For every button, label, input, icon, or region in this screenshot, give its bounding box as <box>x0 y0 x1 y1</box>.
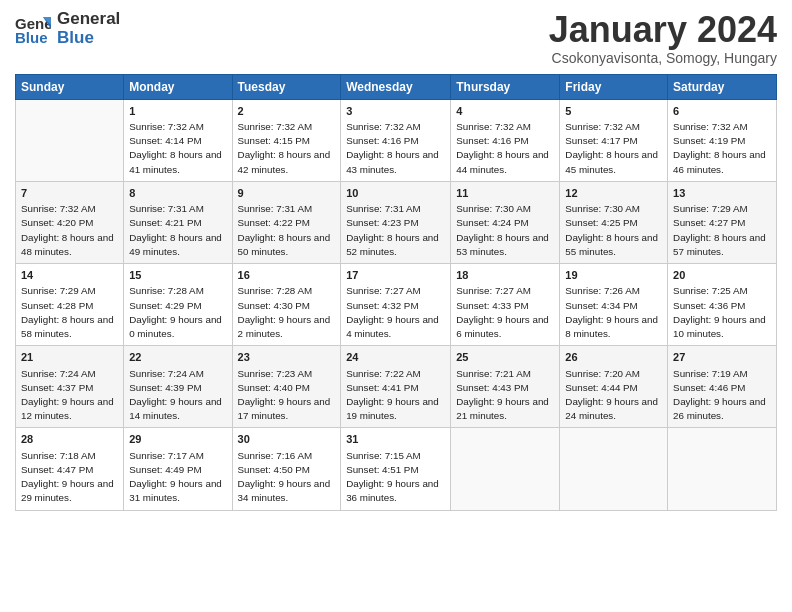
day-cell: 29Sunrise: 7:17 AMSunset: 4:49 PMDayligh… <box>124 428 232 510</box>
day-number: 23 <box>238 350 336 365</box>
day-cell: 18Sunrise: 7:27 AMSunset: 4:33 PMDayligh… <box>451 264 560 346</box>
title-block: January 2024 Csokonyavisonta, Somogy, Hu… <box>549 10 777 66</box>
day-cell: 15Sunrise: 7:28 AMSunset: 4:29 PMDayligh… <box>124 264 232 346</box>
day-number: 17 <box>346 268 445 283</box>
day-info: Sunrise: 7:20 AMSunset: 4:44 PMDaylight:… <box>565 368 658 422</box>
day-number: 1 <box>129 104 226 119</box>
header: General Blue General Blue January 2024 C… <box>15 10 777 66</box>
day-cell: 25Sunrise: 7:21 AMSunset: 4:43 PMDayligh… <box>451 346 560 428</box>
day-cell: 7Sunrise: 7:32 AMSunset: 4:20 PMDaylight… <box>16 181 124 263</box>
day-cell: 31Sunrise: 7:15 AMSunset: 4:51 PMDayligh… <box>341 428 451 510</box>
day-cell: 13Sunrise: 7:29 AMSunset: 4:27 PMDayligh… <box>668 181 777 263</box>
week-row-3: 14Sunrise: 7:29 AMSunset: 4:28 PMDayligh… <box>16 264 777 346</box>
header-row: SundayMondayTuesdayWednesdayThursdayFrid… <box>16 74 777 99</box>
day-info: Sunrise: 7:16 AMSunset: 4:50 PMDaylight:… <box>238 450 331 504</box>
day-cell: 17Sunrise: 7:27 AMSunset: 4:32 PMDayligh… <box>341 264 451 346</box>
week-row-4: 21Sunrise: 7:24 AMSunset: 4:37 PMDayligh… <box>16 346 777 428</box>
subtitle: Csokonyavisonta, Somogy, Hungary <box>549 50 777 66</box>
day-info: Sunrise: 7:30 AMSunset: 4:25 PMDaylight:… <box>565 203 658 257</box>
day-number: 28 <box>21 432 118 447</box>
week-row-5: 28Sunrise: 7:18 AMSunset: 4:47 PMDayligh… <box>16 428 777 510</box>
day-info: Sunrise: 7:31 AMSunset: 4:23 PMDaylight:… <box>346 203 439 257</box>
day-cell: 2Sunrise: 7:32 AMSunset: 4:15 PMDaylight… <box>232 99 341 181</box>
day-number: 14 <box>21 268 118 283</box>
day-cell: 26Sunrise: 7:20 AMSunset: 4:44 PMDayligh… <box>560 346 668 428</box>
day-info: Sunrise: 7:19 AMSunset: 4:46 PMDaylight:… <box>673 368 766 422</box>
day-info: Sunrise: 7:28 AMSunset: 4:29 PMDaylight:… <box>129 285 222 339</box>
day-cell: 9Sunrise: 7:31 AMSunset: 4:22 PMDaylight… <box>232 181 341 263</box>
day-cell: 22Sunrise: 7:24 AMSunset: 4:39 PMDayligh… <box>124 346 232 428</box>
day-cell: 16Sunrise: 7:28 AMSunset: 4:30 PMDayligh… <box>232 264 341 346</box>
day-info: Sunrise: 7:21 AMSunset: 4:43 PMDaylight:… <box>456 368 549 422</box>
day-info: Sunrise: 7:32 AMSunset: 4:20 PMDaylight:… <box>21 203 114 257</box>
calendar-table: SundayMondayTuesdayWednesdayThursdayFrid… <box>15 74 777 511</box>
day-number: 26 <box>565 350 662 365</box>
month-title: January 2024 <box>549 10 777 50</box>
day-cell: 30Sunrise: 7:16 AMSunset: 4:50 PMDayligh… <box>232 428 341 510</box>
header-wednesday: Wednesday <box>341 74 451 99</box>
day-info: Sunrise: 7:32 AMSunset: 4:19 PMDaylight:… <box>673 121 766 175</box>
day-number: 12 <box>565 186 662 201</box>
day-info: Sunrise: 7:32 AMSunset: 4:16 PMDaylight:… <box>346 121 439 175</box>
calendar-page: General Blue General Blue January 2024 C… <box>0 0 792 612</box>
day-info: Sunrise: 7:32 AMSunset: 4:15 PMDaylight:… <box>238 121 331 175</box>
day-number: 19 <box>565 268 662 283</box>
day-number: 9 <box>238 186 336 201</box>
day-number: 30 <box>238 432 336 447</box>
day-number: 20 <box>673 268 771 283</box>
day-info: Sunrise: 7:23 AMSunset: 4:40 PMDaylight:… <box>238 368 331 422</box>
day-info: Sunrise: 7:24 AMSunset: 4:37 PMDaylight:… <box>21 368 114 422</box>
day-number: 18 <box>456 268 554 283</box>
day-number: 11 <box>456 186 554 201</box>
day-cell: 27Sunrise: 7:19 AMSunset: 4:46 PMDayligh… <box>668 346 777 428</box>
day-number: 6 <box>673 104 771 119</box>
day-number: 13 <box>673 186 771 201</box>
day-number: 7 <box>21 186 118 201</box>
header-monday: Monday <box>124 74 232 99</box>
day-number: 27 <box>673 350 771 365</box>
day-cell <box>16 99 124 181</box>
day-info: Sunrise: 7:27 AMSunset: 4:33 PMDaylight:… <box>456 285 549 339</box>
day-info: Sunrise: 7:32 AMSunset: 4:14 PMDaylight:… <box>129 121 222 175</box>
week-row-1: 1Sunrise: 7:32 AMSunset: 4:14 PMDaylight… <box>16 99 777 181</box>
day-cell: 1Sunrise: 7:32 AMSunset: 4:14 PMDaylight… <box>124 99 232 181</box>
header-thursday: Thursday <box>451 74 560 99</box>
logo-blue: Blue <box>57 29 120 48</box>
day-info: Sunrise: 7:30 AMSunset: 4:24 PMDaylight:… <box>456 203 549 257</box>
day-info: Sunrise: 7:32 AMSunset: 4:17 PMDaylight:… <box>565 121 658 175</box>
header-friday: Friday <box>560 74 668 99</box>
day-cell: 24Sunrise: 7:22 AMSunset: 4:41 PMDayligh… <box>341 346 451 428</box>
day-cell: 3Sunrise: 7:32 AMSunset: 4:16 PMDaylight… <box>341 99 451 181</box>
day-cell: 4Sunrise: 7:32 AMSunset: 4:16 PMDaylight… <box>451 99 560 181</box>
day-number: 3 <box>346 104 445 119</box>
day-number: 31 <box>346 432 445 447</box>
day-info: Sunrise: 7:18 AMSunset: 4:47 PMDaylight:… <box>21 450 114 504</box>
day-info: Sunrise: 7:24 AMSunset: 4:39 PMDaylight:… <box>129 368 222 422</box>
svg-text:Blue: Blue <box>15 29 48 46</box>
day-info: Sunrise: 7:31 AMSunset: 4:22 PMDaylight:… <box>238 203 331 257</box>
day-info: Sunrise: 7:32 AMSunset: 4:16 PMDaylight:… <box>456 121 549 175</box>
day-info: Sunrise: 7:26 AMSunset: 4:34 PMDaylight:… <box>565 285 658 339</box>
day-cell: 20Sunrise: 7:25 AMSunset: 4:36 PMDayligh… <box>668 264 777 346</box>
day-number: 25 <box>456 350 554 365</box>
logo-general: General <box>57 10 120 29</box>
day-info: Sunrise: 7:27 AMSunset: 4:32 PMDaylight:… <box>346 285 439 339</box>
day-cell: 28Sunrise: 7:18 AMSunset: 4:47 PMDayligh… <box>16 428 124 510</box>
day-cell <box>451 428 560 510</box>
day-number: 2 <box>238 104 336 119</box>
day-info: Sunrise: 7:29 AMSunset: 4:27 PMDaylight:… <box>673 203 766 257</box>
day-number: 22 <box>129 350 226 365</box>
day-info: Sunrise: 7:28 AMSunset: 4:30 PMDaylight:… <box>238 285 331 339</box>
day-number: 21 <box>21 350 118 365</box>
day-cell: 8Sunrise: 7:31 AMSunset: 4:21 PMDaylight… <box>124 181 232 263</box>
day-number: 16 <box>238 268 336 283</box>
day-info: Sunrise: 7:29 AMSunset: 4:28 PMDaylight:… <box>21 285 114 339</box>
day-cell <box>560 428 668 510</box>
day-cell: 6Sunrise: 7:32 AMSunset: 4:19 PMDaylight… <box>668 99 777 181</box>
day-cell: 19Sunrise: 7:26 AMSunset: 4:34 PMDayligh… <box>560 264 668 346</box>
day-cell <box>668 428 777 510</box>
day-number: 29 <box>129 432 226 447</box>
day-cell: 10Sunrise: 7:31 AMSunset: 4:23 PMDayligh… <box>341 181 451 263</box>
day-number: 15 <box>129 268 226 283</box>
week-row-2: 7Sunrise: 7:32 AMSunset: 4:20 PMDaylight… <box>16 181 777 263</box>
